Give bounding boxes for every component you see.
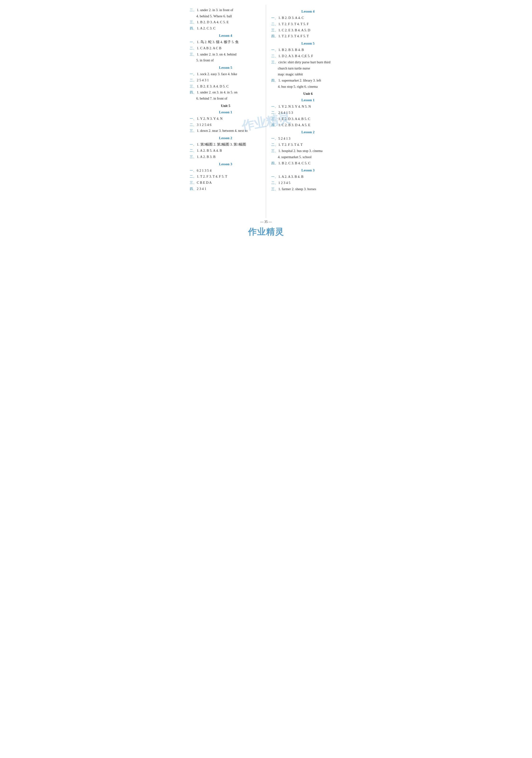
answer-line: 三、1. C 2. E 3. B 4. A 5. D bbox=[271, 27, 345, 33]
line-content: 4. behind 5. Where 6. ball bbox=[196, 13, 232, 19]
answer-line: 一、1. B 2. D 3. A 4. C bbox=[271, 15, 345, 21]
answer-line: 三、C B E D A bbox=[190, 180, 261, 186]
line-label: 三、 bbox=[271, 27, 278, 33]
answer-line: 四、1. supermarket 2. library 3. left bbox=[271, 78, 345, 84]
line-label: 三、 bbox=[190, 128, 196, 134]
line-content: C B E D A bbox=[197, 180, 212, 186]
page-number: — 35 — bbox=[183, 220, 349, 224]
line-label: 二、 bbox=[190, 174, 196, 180]
line-content: 1. C A B 2. A C B bbox=[197, 45, 221, 51]
answer-line: 二、2 5 4 3 1 bbox=[190, 77, 261, 83]
answer-line: 二、1 2 3 4 5 bbox=[271, 180, 345, 186]
answer-line: 二、1. T 2. F 3. T 4. T 5. F bbox=[271, 21, 345, 27]
line-content: 6 2 1 3 5 4 bbox=[197, 168, 212, 174]
line-label: 一、 bbox=[271, 174, 278, 180]
line-content: 1. D 2. A 3. B 4. C;E 5. F bbox=[278, 53, 313, 59]
line-content: 5 2 4 1 3 bbox=[278, 136, 290, 142]
line-content: 1. supermarket 2. library 3. left bbox=[278, 78, 321, 84]
line-label: 四、 bbox=[190, 26, 196, 31]
answer-line: 三、1. B 2. E 3. A 4. D 5. C bbox=[190, 84, 261, 89]
line-content: map: magic rabbit bbox=[278, 71, 303, 77]
answer-line: 4. supermarket 5. school bbox=[271, 154, 345, 160]
line-label: 二、 bbox=[271, 53, 278, 59]
line-label: 三、 bbox=[271, 59, 278, 65]
right-column: Lesson 4一、1. B 2. D 3. A 4. C二、1. T 2. F… bbox=[266, 5, 349, 218]
line-content: 1. B 2. B 3. B 4. B bbox=[278, 47, 304, 53]
line-label: 一、 bbox=[271, 104, 278, 110]
lesson-title: Lesson 5 bbox=[190, 66, 261, 70]
line-label: 一、 bbox=[271, 47, 278, 53]
line-content: 1. sock 2. easy 3. face 4. bike bbox=[197, 71, 237, 77]
line-content: 1. 鸟 2. 蛇 3. 猫 4. 猴子 5. 鱼 bbox=[197, 39, 239, 45]
line-content: 1. A 2. C 3. C bbox=[197, 25, 216, 31]
answer-line: 一、1. Y 2. N 3. Y 4. N bbox=[190, 116, 261, 121]
answer-line: 四、1. A 2. C 3. C bbox=[190, 25, 261, 31]
answer-line: 四、2 3 4 1 bbox=[190, 186, 261, 192]
lesson-title: Lesson 4 bbox=[190, 34, 261, 38]
line-content: 1. under 2. on 3. in 4. in 5. on bbox=[197, 89, 238, 95]
answer-line: 一、1. Y 2. N 3. Y 4. N 5. N bbox=[271, 104, 345, 110]
line-label: 二、 bbox=[271, 21, 278, 27]
line-label: 四、 bbox=[271, 33, 278, 39]
answer-line: 二、1. T 2. F 3. T 4. F 5. T bbox=[190, 174, 261, 180]
line-content: 2 3 4 1 bbox=[197, 186, 206, 192]
lesson-title: Lesson 3 bbox=[271, 168, 345, 172]
lesson-title: Lesson 5 bbox=[271, 42, 345, 46]
line-label: 四、 bbox=[271, 160, 278, 166]
answer-line: 三、1. E 2. D 3. A 4. B 5. C bbox=[271, 116, 345, 122]
line-label: 三、 bbox=[190, 154, 196, 160]
answer-line: 二、1. A 2. B 5. A 4. B bbox=[190, 148, 261, 154]
line-label: 二、 bbox=[190, 78, 196, 83]
lesson-title: Lesson 1 bbox=[190, 110, 261, 114]
line-content: 4. bus stop 5. right 6. cinema bbox=[278, 84, 318, 89]
answer-line: 5. in front of bbox=[190, 57, 261, 63]
answer-line: 一、1. 鸟 2. 蛇 3. 猫 4. 猴子 5. 鱼 bbox=[190, 39, 261, 45]
line-content: 1. C 2. B 3. D 4. A 5. E bbox=[278, 122, 310, 128]
answer-line: 二、1. under 2. in 3. in front of bbox=[190, 7, 261, 13]
lesson-title: Lesson 2 bbox=[271, 130, 345, 134]
answer-line: 一、6 2 1 3 5 4 bbox=[190, 168, 261, 174]
line-label: 三、 bbox=[190, 180, 196, 186]
answer-line: 三、1. B 2. D 3. A 4. C 5. E bbox=[190, 19, 261, 25]
line-content: 1 2 3 4 5 bbox=[278, 180, 290, 186]
line-content: 1. T 2. F 3. T 4. F 5. T bbox=[197, 174, 227, 180]
line-content: 1. B 2. D 3. A 4. C bbox=[278, 15, 304, 21]
line-content: 1. down 2. near 3. between 4. next to bbox=[197, 128, 248, 134]
line-label: 一、 bbox=[190, 142, 196, 148]
line-content: 1. 第3幅图 2. 第2幅图 3. 第1幅图 bbox=[197, 142, 246, 148]
line-label: 四、 bbox=[190, 89, 196, 95]
line-label: 二、 bbox=[190, 7, 196, 13]
answer-line: 二、1. T 2. F 3. T 4. T bbox=[271, 142, 345, 148]
answer-line: 4. behind 5. Where 6. ball bbox=[190, 13, 261, 19]
line-content: 3 1 2 5 4 6 bbox=[197, 122, 212, 128]
line-label: 四、 bbox=[190, 186, 196, 192]
answer-line: 四、1. B 2. C 3. B 4. C 5. C bbox=[271, 160, 345, 166]
left-column: 二、1. under 2. in 3. in front of4. behind… bbox=[183, 5, 266, 218]
line-content: 1. under 2. in 3. in front of bbox=[197, 7, 233, 13]
answer-line: 四、1. T 2. F 3. T 4. F 5. T bbox=[271, 33, 345, 39]
line-content: 1. B 2. D 3. A 4. C 5. E bbox=[197, 19, 229, 25]
line-content: 1. A 2. A 3. B 4. B bbox=[278, 174, 304, 180]
answer-line: 二、1. D 2. A 3. B 4. C;E 5. F bbox=[271, 53, 345, 59]
answer-line: 四、1. under 2. on 3. in 4. in 5. on bbox=[190, 89, 261, 95]
line-content: 1. E 2. D 3. A 4. B 5. C bbox=[278, 116, 310, 122]
line-content: 1. A 2. B 5. A 4. B bbox=[197, 148, 222, 154]
line-label: 二、 bbox=[190, 122, 196, 128]
answer-line: 一、1. 第3幅图 2. 第2幅图 3. 第1幅图 bbox=[190, 142, 261, 148]
answer-line: 二、1. C A B 2. A C B bbox=[190, 45, 261, 51]
line-content: circle: shirt dirty purse hurt burn thir… bbox=[278, 59, 330, 65]
line-content: 6. behind 7. in front of bbox=[196, 95, 227, 101]
line-label: 一、 bbox=[271, 136, 278, 142]
watermark-bottom: 作业精灵 bbox=[183, 226, 349, 238]
answer-line: 一、1. B 2. B 3. B 4. B bbox=[271, 47, 345, 53]
answer-line: 二、2 6 4 1 5 3 bbox=[271, 110, 345, 116]
line-content: 2 6 4 1 5 3 bbox=[278, 110, 293, 116]
answer-line: 一、1. A 2. A 3. B 4. B bbox=[271, 174, 345, 180]
line-label: 一、 bbox=[190, 71, 196, 77]
answer-line: 一、1. sock 2. easy 3. face 4. bike bbox=[190, 71, 261, 77]
line-content: 1. T 2. F 3. T 4. F 5. T bbox=[278, 33, 309, 39]
answer-line: 4. bus stop 5. right 6. cinema bbox=[271, 84, 345, 89]
line-label: 三、 bbox=[271, 186, 278, 192]
line-label: 三、 bbox=[190, 84, 196, 89]
answer-line: 四、1. C 2. B 3. D 4. A 5. E bbox=[271, 122, 345, 128]
